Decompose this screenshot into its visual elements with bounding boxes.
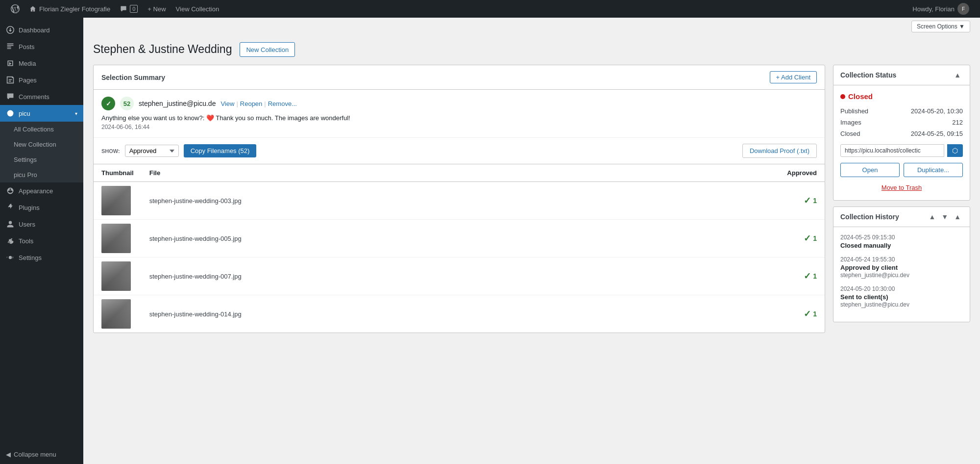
status-collapse-btn[interactable]: ▲ (952, 70, 963, 80)
sidebar-item-tools[interactable]: Tools (0, 232, 83, 249)
selection-summary-title: Selection Summary (101, 74, 165, 81)
file-cell: stephen-justine-wedding-005.jpg (142, 220, 622, 258)
history-client: stephen_justine@picu.dev (840, 301, 963, 308)
picu-arrow-icon: ▾ (75, 111, 77, 116)
sidebar-item-picu[interactable]: picu ▾ (0, 105, 83, 122)
check-icon: ✓ (804, 309, 811, 319)
table-row: stephen-justine-wedding-007.jpg ✓ 1 (94, 258, 825, 295)
screen-options-btn[interactable]: Screen Options ▼ (911, 21, 970, 32)
add-client-btn[interactable]: + Add Client (770, 71, 817, 83)
sidebar-menu: Dashboard Posts Media Pages (0, 18, 83, 266)
site-name-item[interactable]: Florian Ziegler Fotografie (24, 0, 115, 18)
view-link[interactable]: View (220, 100, 234, 107)
history-down-btn[interactable]: ▼ (939, 212, 950, 222)
client-email: stephen_justine@picu.de (139, 100, 216, 107)
admin-bar: Florian Ziegler Fotografie 0 + New View … (0, 0, 980, 18)
tools-icon (6, 236, 15, 245)
file-cell: stephen-justine-wedding-003.jpg (142, 182, 622, 220)
view-collection-item[interactable]: View Collection (171, 0, 224, 18)
reopen-link[interactable]: Reopen (240, 100, 263, 107)
new-label: + New (147, 5, 166, 13)
thumb-cell (94, 295, 142, 333)
approved-count: 1 (813, 272, 817, 280)
sidebar-item-plugins[interactable]: Plugins (0, 199, 83, 216)
url-row: ⬡ (840, 144, 963, 157)
col-thumbnail: Thumbnail (94, 164, 142, 182)
open-btn[interactable]: Open (840, 163, 900, 177)
sidebar-item-posts[interactable]: Posts (0, 38, 83, 55)
new-content-item[interactable]: + New (143, 0, 171, 18)
page-title: Stephen & Justine Wedding (93, 42, 232, 57)
sidebar-item-appearance[interactable]: Appearance (0, 182, 83, 199)
thumbnail-image (101, 224, 131, 253)
howdy-text: Howdy, Florian (912, 5, 955, 13)
sidebar-label-media: Media (19, 60, 36, 67)
sidebar-item-users[interactable]: Users (0, 216, 83, 232)
history-up-btn[interactable]: ▲ (927, 212, 937, 222)
status-row-closed: Closed 2024-05-25, 09:15 (840, 130, 963, 137)
collection-status-panel: Collection Status ▲ Closed Publish (833, 65, 970, 201)
collapse-menu[interactable]: ◀ Collapse menu (0, 445, 83, 464)
sidebar-item-picu-pro[interactable]: picu Pro (0, 167, 83, 182)
copy-filenames-btn[interactable]: Copy Filenames (52) (184, 144, 257, 157)
selection-summary-card: Selection Summary + Add Client ✓ (93, 65, 825, 333)
sidebar-item-all-collections[interactable]: All Collections (0, 122, 83, 137)
view-collection-label: View Collection (176, 5, 220, 13)
sidebar-label-settings: Settings (19, 254, 42, 261)
client-message: Anything else you want us to know?: ❤️ T… (101, 114, 817, 122)
history-collapse-btn[interactable]: ▲ (952, 212, 963, 222)
users-icon (6, 220, 15, 229)
show-select[interactable]: Approved All Rejected Pending (125, 145, 179, 157)
approved-cell: ✓ 1 (622, 258, 825, 295)
history-timestamp: 2024-05-20 10:30:00 (840, 285, 963, 292)
svg-point-0 (7, 110, 14, 117)
file-cell: stephen-justine-wedding-007.jpg (142, 258, 622, 295)
move-to-trash-btn[interactable]: Move to Trash (840, 182, 963, 193)
sidebar-label-picu-settings: Settings (14, 156, 37, 163)
approved-count: 1 (813, 310, 817, 318)
remove-link[interactable]: Remove... (268, 100, 297, 107)
images-value: 212 (952, 119, 963, 126)
thumbnail-image (101, 186, 131, 215)
status-closed: Closed (840, 92, 963, 101)
history-entry: 2024-05-25 09:15:30 Closed manually (840, 234, 963, 249)
sidebar-item-settings[interactable]: Settings (0, 249, 83, 266)
sidebar-item-dashboard[interactable]: Dashboard (0, 22, 83, 38)
duplicate-btn[interactable]: Duplicate... (904, 163, 963, 177)
comments-item[interactable]: 0 (115, 0, 143, 18)
site-name: Florian Ziegler Fotografie (39, 5, 110, 13)
status-label: Closed (848, 92, 873, 101)
sidebar-item-picu-settings[interactable]: Settings (0, 152, 83, 167)
comments-nav-icon (6, 92, 15, 101)
sidebar-label-dashboard: Dashboard (19, 26, 50, 34)
url-copy-btn[interactable]: ⬡ (947, 144, 963, 157)
thumb-cell (94, 258, 142, 295)
howdy-item[interactable]: Howdy, Florian F (907, 3, 974, 15)
sidebar-item-media[interactable]: Media (0, 55, 83, 72)
client-count: 52 (120, 97, 134, 110)
show-label: SHOW: (101, 148, 120, 154)
wp-logo-item[interactable] (6, 0, 24, 18)
check-icon: ✓ (804, 271, 811, 282)
sidebar-label-plugins: Plugins (19, 204, 40, 211)
new-collection-header-btn[interactable]: New Collection (240, 42, 295, 57)
history-entry: 2024-05-24 19:55:30 Approved by client s… (840, 256, 963, 279)
collection-history-panel: Collection History ▲ ▼ ▲ 2024-05-25 09:1… (833, 206, 970, 322)
sidebar-label-appearance: Appearance (19, 187, 53, 195)
collapse-icon: ◀ (6, 451, 11, 458)
action-buttons: Open Duplicate... (840, 163, 963, 177)
history-action: Approved by client (840, 264, 963, 271)
collection-history-title: Collection History (840, 213, 899, 221)
sidebar-item-comments[interactable]: Comments (0, 88, 83, 105)
download-proof-btn[interactable]: Download Proof (.txt) (742, 144, 817, 158)
sidebar-item-new-collection[interactable]: New Collection (0, 137, 83, 152)
sidebar-item-pages[interactable]: Pages (0, 72, 83, 88)
collection-url-input[interactable] (840, 144, 944, 157)
copy-icon: ⬡ (952, 147, 958, 155)
approved-count: 1 (813, 234, 817, 242)
new-collection-header-label: New Collection (246, 46, 289, 53)
thumbnail-image (101, 299, 131, 329)
client-actions: View | Reopen | Remove... (220, 100, 297, 107)
status-row-images: Images 212 (840, 119, 963, 126)
picu-submenu: All Collections New Collection Settings … (0, 122, 83, 182)
